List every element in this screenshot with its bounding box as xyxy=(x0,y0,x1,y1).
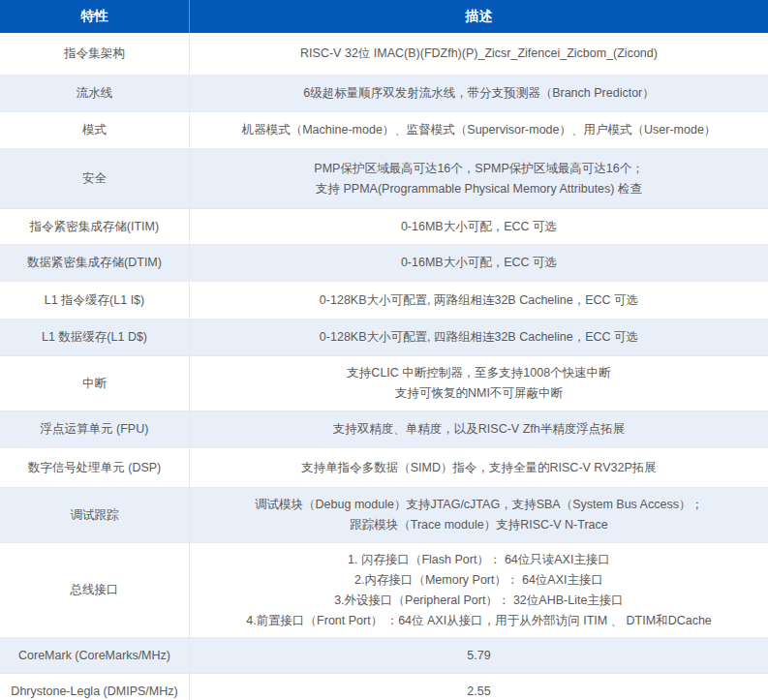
table-row: 模式机器模式（Machine-mode）、监督模式（Supervisor-mod… xyxy=(0,112,768,149)
description-line: 6级超标量顺序双发射流水线，带分支预测器（Branch Predictor） xyxy=(303,83,655,104)
feature-cell: 模式 xyxy=(0,112,190,148)
description-cell: 6级超标量顺序双发射流水线，带分支预测器（Branch Predictor） xyxy=(190,76,768,111)
description-cell: 机器模式（Machine-mode）、监督模式（Supervisor-mode）… xyxy=(190,112,768,148)
description-line: RISC-V 32位 IMAC(B)(FDZfh)(P)_Zicsr_Zifen… xyxy=(300,44,658,64)
table-row: 指令紧密集成存储(ITIM)0-16MB大小可配，ECC 可选 xyxy=(0,209,768,245)
description-cell: 2.55 xyxy=(190,674,768,700)
description-line: 支持单指令多数据（SIMD）指令，支持全量的RISC-V RV32P拓展 xyxy=(301,458,656,478)
description-line: 0-128KB大小可配置, 两路组相连32B Cacheline，ECC 可选 xyxy=(320,290,638,311)
feature-cell: 数字信号处理单元 (DSP) xyxy=(0,448,190,487)
table-row: 指令集架构RISC-V 32位 IMAC(B)(FDZfh)(P)_Zicsr_… xyxy=(0,33,768,76)
table-header-row: 特性 描述 xyxy=(0,0,768,33)
feature-cell: L1 指令缓存(L1 I$) xyxy=(0,282,190,319)
description-line: 5.79 xyxy=(467,646,490,666)
feature-cell: L1 数据缓存(L1 D$) xyxy=(0,320,190,355)
table-row: 流水线6级超标量顺序双发射流水线，带分支预测器（Branch Predictor… xyxy=(0,76,768,112)
description-cell: 0-128KB大小可配置, 四路组相连32B Cacheline，ECC 可选 xyxy=(190,320,768,355)
description-line: 1. 闪存接口（Flash Port）： 64位只读AXI主接口 xyxy=(348,550,610,570)
description-line: 支持可恢复的NMI不可屏蔽中断 xyxy=(395,383,563,404)
feature-cell: 调试跟踪 xyxy=(0,488,190,542)
table-row: Dhrystone-Legla (DMIPS/MHz)2.55 xyxy=(0,674,768,700)
description-cell: 5.79 xyxy=(190,638,768,673)
column-header-feature: 特性 xyxy=(0,0,190,33)
feature-cell: 指令紧密集成存储(ITIM) xyxy=(0,209,190,244)
description-cell: PMP保护区域最高可达16个，SPMP保护区域最高可达16个；支持 PPMA(P… xyxy=(190,149,768,208)
description-line: 支持双精度、单精度，以及RISC-V Zfh半精度浮点拓展 xyxy=(333,419,625,440)
feature-cell: CoreMark (CoreMarks/MHz) xyxy=(0,638,190,673)
spec-table: 特性 描述 指令集架构RISC-V 32位 IMAC(B)(FDZfh)(P)_… xyxy=(0,0,768,700)
description-line: 跟踪模块（Trace module）支持RISC-V N-Trace xyxy=(350,515,607,535)
table-row: 中断支持CLIC 中断控制器，至多支持1008个快速中断支持可恢复的NMI不可屏… xyxy=(0,356,768,411)
description-line: 机器模式（Machine-mode）、监督模式（Supervisor-mode）… xyxy=(242,120,717,140)
feature-cell: 中断 xyxy=(0,356,190,411)
description-cell: 支持双精度、单精度，以及RISC-V Zfh半精度浮点拓展 xyxy=(190,411,768,447)
table-row: 浮点运算单元 (FPU)支持双精度、单精度，以及RISC-V Zfh半精度浮点拓… xyxy=(0,411,768,448)
description-line: 2.55 xyxy=(467,682,490,700)
feature-cell: 安全 xyxy=(0,149,190,208)
description-line: PMP保护区域最高可达16个，SPMP保护区域最高可达16个； xyxy=(314,159,643,179)
description-line: 0-16MB大小可配，ECC 可选 xyxy=(401,217,557,237)
feature-cell: 指令集架构 xyxy=(0,33,190,75)
description-cell: 调试模块（Debug module）支持JTAG/cJTAG，支持SBA（Sys… xyxy=(190,488,768,542)
table-row: 安全PMP保护区域最高可达16个，SPMP保护区域最高可达16个；支持 PPMA… xyxy=(0,149,768,209)
description-line: 0-16MB大小可配，ECC 可选 xyxy=(401,253,557,273)
table-body: 指令集架构RISC-V 32位 IMAC(B)(FDZfh)(P)_Zicsr_… xyxy=(0,33,768,700)
table-row: 总线接口1. 闪存接口（Flash Port）： 64位只读AXI主接口2.内存… xyxy=(0,543,768,638)
description-cell: RISC-V 32位 IMAC(B)(FDZfh)(P)_Zicsr_Zifen… xyxy=(190,33,768,75)
table-row: L1 指令缓存(L1 I$)0-128KB大小可配置, 两路组相连32B Cac… xyxy=(0,282,768,320)
column-header-description: 描述 xyxy=(190,0,768,33)
description-line: 4.前置接口（Front Port） ：64位 AXI从接口，用于从外部访问 I… xyxy=(246,611,712,631)
feature-cell: 数据紧密集成存储(DTIM) xyxy=(0,245,190,281)
description-line: 支持CLIC 中断控制器，至多支持1008个快速中断 xyxy=(347,363,610,383)
description-line: 0-128KB大小可配置, 四路组相连32B Cacheline，ECC 可选 xyxy=(320,327,638,348)
table-row: 数据紧密集成存储(DTIM)0-16MB大小可配，ECC 可选 xyxy=(0,245,768,282)
table-row: CoreMark (CoreMarks/MHz)5.79 xyxy=(0,638,768,674)
feature-cell: 浮点运算单元 (FPU) xyxy=(0,411,190,447)
description-line: 支持 PPMA(Programmable Physical Memory Att… xyxy=(316,179,642,199)
description-cell: 支持CLIC 中断控制器，至多支持1008个快速中断支持可恢复的NMI不可屏蔽中… xyxy=(190,356,768,411)
description-line: 2.内存接口（Memory Port）： 64位AXI主接口 xyxy=(354,570,603,591)
description-cell: 0-16MB大小可配，ECC 可选 xyxy=(190,245,768,281)
description-cell: 1. 闪存接口（Flash Port）： 64位只读AXI主接口2.内存接口（M… xyxy=(190,543,768,637)
feature-cell: 总线接口 xyxy=(0,543,190,637)
feature-cell: Dhrystone-Legla (DMIPS/MHz) xyxy=(0,674,190,700)
description-cell: 0-128KB大小可配置, 两路组相连32B Cacheline，ECC 可选 xyxy=(190,282,768,319)
feature-cell: 流水线 xyxy=(0,76,190,111)
table-row: L1 数据缓存(L1 D$)0-128KB大小可配置, 四路组相连32B Cac… xyxy=(0,320,768,356)
description-line: 3.外设接口（Peripheral Port）： 32位AHB-Lite主接口 xyxy=(334,591,624,611)
table-row: 数字信号处理单元 (DSP)支持单指令多数据（SIMD）指令，支持全量的RISC… xyxy=(0,448,768,488)
description-cell: 支持单指令多数据（SIMD）指令，支持全量的RISC-V RV32P拓展 xyxy=(190,448,768,487)
description-line: 调试模块（Debug module）支持JTAG/cJTAG，支持SBA（Sys… xyxy=(255,495,703,515)
table-row: 调试跟踪调试模块（Debug module）支持JTAG/cJTAG，支持SBA… xyxy=(0,488,768,543)
description-cell: 0-16MB大小可配，ECC 可选 xyxy=(190,209,768,244)
